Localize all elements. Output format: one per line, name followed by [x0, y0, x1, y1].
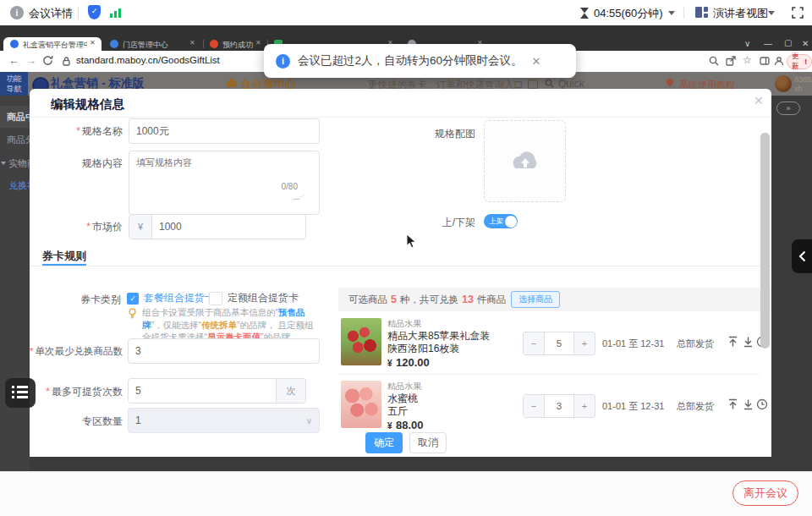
clock-icon[interactable] [756, 398, 768, 410]
required-mark: * [76, 125, 80, 137]
summary-count-types: 5 [391, 294, 397, 305]
promo-link-icon[interactable] [528, 80, 538, 89]
stepper-plus-button[interactable]: + [573, 332, 595, 354]
username-line2: xh [794, 85, 803, 93]
view-caret-icon[interactable] [768, 11, 775, 15]
tab-close-icon[interactable]: ✕ [189, 39, 195, 47]
browser-tab[interactable]: 门店管理中心 ✕ [105, 37, 201, 51]
stepper-plus-button[interactable]: + [573, 395, 595, 417]
unit-suffix: 次 [276, 379, 305, 403]
shelf-toggle[interactable]: 上架 [484, 214, 518, 228]
selectable-summary-bar: 可选商品 5 种，共可兑换 13 件商品 选择商品 [338, 288, 771, 311]
browser-tab[interactable]: 预约成功 ✕ [206, 37, 266, 51]
stepper-minus-button[interactable]: − [524, 332, 545, 354]
card-type-option-fixed[interactable]: 定额组合提货卡 [209, 291, 299, 305]
share-center-icon [227, 78, 237, 87]
tab-search-icon[interactable]: ∨ [744, 39, 750, 49]
forward-icon[interactable]: → [25, 54, 36, 67]
cell [695, 7, 702, 18]
market-price-input[interactable] [152, 215, 305, 239]
window-minimize-icon[interactable]: — [764, 39, 772, 49]
product-row: 精品水果 精品大果85苹果礼盒装 陕西洛阳16枚装 ¥ 120.00 − + 0… [338, 313, 760, 372]
tab-favicon [210, 40, 218, 48]
sidebar-item-redeem-gift[interactable]: 兑换礼 [8, 179, 30, 192]
card-type-label: 券卡类别 [30, 293, 121, 307]
card-type1-label: 套餐组合提货卡 [144, 291, 215, 305]
spec-name-input[interactable] [129, 118, 320, 144]
timer-caret-icon[interactable] [668, 11, 675, 15]
price-currency: ¥ [387, 421, 392, 431]
checkbox-unchecked-icon[interactable] [209, 292, 222, 305]
window-close-icon[interactable]: ✕ [802, 39, 809, 49]
modal-close-icon[interactable]: ✕ [754, 94, 764, 107]
modal-scrollbar-thumb[interactable] [760, 133, 770, 349]
quick-label[interactable]: Quick [558, 78, 584, 90]
summary-count-items: 13 [462, 294, 474, 305]
fullscreen-icon[interactable] [792, 7, 804, 19]
spec-image-label: 规格配图 [406, 127, 475, 141]
back-icon[interactable]: ← [8, 54, 19, 67]
meeting-info-icon[interactable]: i [10, 6, 24, 19]
required-mark: * [46, 386, 50, 398]
card-type-option-combo[interactable]: ✓ 套餐组合提货卡 [127, 291, 215, 305]
move-top-icon[interactable] [727, 398, 738, 410]
profile-icon[interactable] [774, 56, 784, 66]
confirm-button[interactable]: 确定 [365, 432, 403, 453]
browser-update-button[interactable]: 更新 ! [787, 54, 812, 69]
stepper-minus-button[interactable]: − [524, 395, 545, 417]
quantity-stepper: − + [523, 332, 595, 355]
star-icon[interactable]: ☆ [743, 54, 752, 66]
move-bottom-icon[interactable] [743, 336, 754, 348]
zone-count-select[interactable]: 1 ∨ [128, 408, 320, 433]
tab-favicon [110, 40, 118, 48]
price-value: 120.00 [396, 356, 430, 369]
leave-meeting-button[interactable]: 离开会议 [732, 480, 798, 506]
lock-icon [63, 57, 70, 66]
page-right-dim [771, 96, 812, 471]
meeting-timer[interactable]: 04:55(60分钟) [594, 6, 663, 21]
tab-coupon-rules[interactable]: 券卡规则 [42, 249, 86, 264]
side-panel-icon[interactable] [760, 57, 770, 65]
select-goods-button[interactable]: 选择商品 [511, 291, 560, 308]
stepper-input[interactable] [545, 332, 573, 355]
sidebar-item-goods-center[interactable]: 商品中 [7, 111, 30, 124]
share-icon[interactable] [726, 56, 736, 66]
meeting-details-label[interactable]: 会议详情 [29, 6, 73, 21]
search-zoom-icon[interactable] [709, 56, 719, 66]
move-top-icon[interactable] [727, 336, 738, 348]
sidebar-item-physical-goods[interactable]: 实物商 [8, 157, 30, 170]
url-text[interactable]: standard.maboy.cn/GoodsGiftList [76, 55, 220, 65]
browser-tab-active[interactable]: 礼盒营销平台管理中心 ✕ [3, 37, 102, 51]
refresh-icon[interactable] [42, 55, 53, 66]
topbar-divider2 [683, 7, 684, 19]
nav-toggle-box[interactable]: 功能 导航 [0, 72, 28, 97]
user-avatar[interactable] [775, 75, 792, 92]
select-chevron-down-icon: ∨ [306, 416, 312, 425]
max-times-input[interactable] [129, 379, 276, 403]
checkbox-checked-icon[interactable]: ✓ [127, 293, 139, 305]
min-qty-input[interactable] [128, 338, 320, 364]
product-price: ¥ 88.00 [387, 417, 424, 432]
sidebar-item-goods-category[interactable]: 商品分 [7, 134, 30, 146]
quick-search-icon[interactable] [545, 79, 554, 88]
mouse-cursor [406, 233, 417, 250]
expand-more-button[interactable]: » [776, 102, 800, 115]
cancel-button[interactable]: 取消 [409, 432, 447, 453]
shield-check-icon[interactable]: ✓ [88, 5, 101, 19]
sidebar-caret-icon [1, 162, 6, 165]
tip-seg: 组合卡设置受限于商品基本信息的“ [142, 307, 278, 317]
stepper-input[interactable] [545, 394, 573, 418]
tab-close-icon[interactable]: ✕ [255, 39, 261, 47]
view-mode-label[interactable]: 演讲者视图 [713, 6, 768, 21]
toast-close-icon[interactable]: ✕ [532, 55, 541, 68]
panel-collapse-tab[interactable] [792, 239, 812, 273]
tab-close-icon[interactable]: ✕ [90, 39, 96, 47]
meeting-toolbar [0, 471, 812, 516]
meeting-agenda-widget[interactable] [5, 378, 36, 408]
move-bottom-icon[interactable] [743, 398, 754, 410]
upload-cloud-icon [509, 150, 541, 173]
spec-content-label: 规格内容 [30, 156, 123, 171]
signal-bars-icon[interactable] [110, 8, 121, 18]
image-upload-dropzone[interactable] [484, 120, 566, 202]
window-maximize-icon[interactable]: ▢ [784, 38, 792, 48]
